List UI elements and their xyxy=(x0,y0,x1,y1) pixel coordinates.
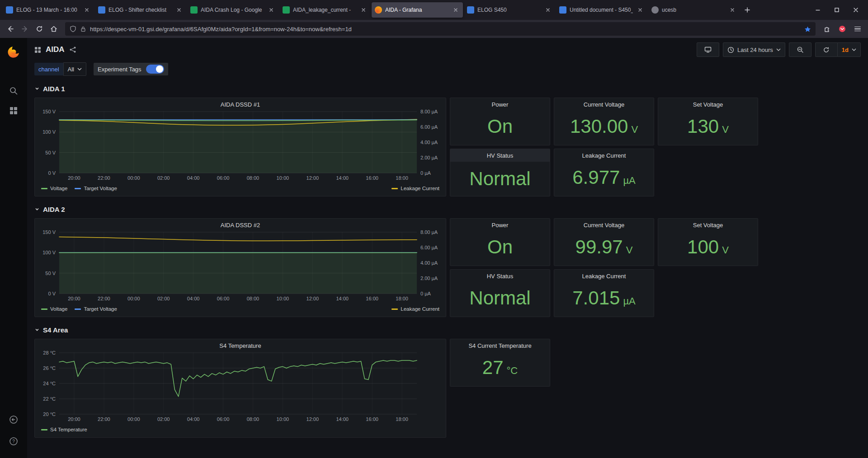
section-header[interactable]: S4 Area xyxy=(34,324,868,335)
reload-button[interactable] xyxy=(33,22,46,36)
stat-panel: HV StatusNormal xyxy=(450,269,550,317)
stat-title[interactable]: Leakage Current xyxy=(554,149,654,159)
menu-icon[interactable] xyxy=(851,22,864,36)
grafana-logo[interactable] xyxy=(6,44,21,60)
variable-value-dropdown[interactable]: All xyxy=(63,62,86,76)
tab[interactable]: Untitled document - S450_ xyxy=(556,2,647,18)
share-icon[interactable] xyxy=(69,46,76,53)
y-axis-tick-label: 100 V xyxy=(42,129,56,135)
toolbar-right-icons xyxy=(820,22,864,36)
s4-temperature-legend-swatch xyxy=(41,429,47,430)
tracking-shield-icon[interactable] xyxy=(70,25,76,33)
tab-title: AIDA Crash Log - Google xyxy=(201,7,264,13)
tab-close-icon[interactable] xyxy=(728,6,736,14)
stat-unit: µA xyxy=(623,175,635,187)
legend-item[interactable]: Voltage xyxy=(41,306,67,312)
x-axis-tick-label: 12:00 xyxy=(307,416,319,422)
tab[interactable]: ucesb xyxy=(648,2,740,18)
time-range-button[interactable]: Last 24 hours xyxy=(723,42,785,57)
experiment-tags-label[interactable]: Experiment Tags xyxy=(98,66,142,73)
url-bar[interactable]: https://despec-vm-01.gsi.de/grafana/d/6S… xyxy=(65,22,816,36)
grafana-sidebar: ? xyxy=(0,38,27,458)
forward-button[interactable] xyxy=(18,22,32,36)
legend-item[interactable]: Target Voltage xyxy=(75,306,117,312)
zoom-out-button[interactable] xyxy=(789,42,811,57)
legend-label: Leakage Current xyxy=(401,306,439,312)
back-button[interactable] xyxy=(4,22,17,36)
refresh-interval-button[interactable]: 1d xyxy=(837,42,861,57)
stat-title[interactable]: Current Voltage xyxy=(554,219,654,229)
chart-title[interactable]: S4 Temperature xyxy=(35,339,446,350)
new-tab-button[interactable] xyxy=(741,3,754,17)
stat-panel: Leakage Current7.015µA xyxy=(554,269,654,317)
signout-icon[interactable] xyxy=(6,412,21,427)
tab-close-icon[interactable] xyxy=(359,6,368,14)
bookmark-star-icon[interactable] xyxy=(804,26,811,33)
tab-close-icon[interactable] xyxy=(175,6,183,14)
chart-title[interactable]: AIDA DSSD #1 xyxy=(35,98,446,109)
dashboard-title[interactable]: AIDA xyxy=(46,45,65,54)
stat-title[interactable]: Power xyxy=(450,219,550,229)
tab-close-icon[interactable] xyxy=(267,6,275,14)
stat-title[interactable]: Power xyxy=(450,98,550,108)
tv-mode-button[interactable] xyxy=(697,42,719,57)
tab-title: ELOG S450 xyxy=(477,7,541,13)
right-axis-tick-label: 2.00 µA xyxy=(420,276,438,281)
stat-panel: PowerOn xyxy=(450,98,550,145)
close-window-button[interactable] xyxy=(848,3,863,17)
y-axis-tick-label: 100 V xyxy=(42,250,56,255)
apps-grid-icon[interactable] xyxy=(34,47,41,53)
tab-close-icon[interactable] xyxy=(83,6,91,14)
tab[interactable]: ELOG - Shifter checklist xyxy=(95,2,186,18)
home-button[interactable] xyxy=(47,22,61,36)
extensions-icon[interactable] xyxy=(820,22,834,36)
chart-title[interactable]: AIDA DSSD #2 xyxy=(35,219,446,229)
legend-item[interactable]: Voltage xyxy=(41,186,67,191)
tab[interactable]: ELOG S450 xyxy=(464,2,555,18)
maximize-button[interactable] xyxy=(829,3,844,17)
pocket-icon[interactable] xyxy=(835,22,849,36)
tab-close-icon[interactable] xyxy=(544,6,552,14)
tab[interactable]: AIDA - Grafana xyxy=(372,2,463,18)
experiment-tags-toggle[interactable] xyxy=(146,65,164,74)
right-axis-tick-label: 4.00 µA xyxy=(420,260,438,266)
tab-bar: ELOG - 13 March - 16:00ELOG - Shifter ch… xyxy=(0,0,868,20)
dashboard-header: AIDA Last 24 hours 1d xyxy=(27,38,868,61)
tab[interactable]: AIDA_leakage_current - xyxy=(279,2,371,18)
svg-text:?: ? xyxy=(12,439,15,444)
stat-title[interactable]: S4 Current Temperature xyxy=(450,339,550,349)
section-header[interactable]: AIDA 2 xyxy=(34,204,868,215)
chevron-down-icon xyxy=(34,86,40,91)
help-icon[interactable]: ? xyxy=(6,434,21,449)
stat-title[interactable]: Set Voltage xyxy=(658,219,758,229)
dashboards-icon[interactable] xyxy=(6,103,21,118)
minimize-button[interactable] xyxy=(810,3,826,17)
stat-title[interactable]: HV Status xyxy=(450,270,550,280)
legend-item[interactable]: Leakage Current xyxy=(392,306,439,312)
stat-unit: V xyxy=(626,244,633,256)
x-axis-tick-label: 08:00 xyxy=(247,296,259,301)
tab-close-icon[interactable] xyxy=(452,6,460,14)
stat-title[interactable]: Set Voltage xyxy=(658,98,758,108)
stat-panel: Set Voltage100V xyxy=(658,218,758,266)
tab[interactable]: AIDA Crash Log - Google xyxy=(187,2,278,18)
generic-favicon xyxy=(651,6,659,14)
stat-title[interactable]: Leakage Current xyxy=(554,270,654,280)
legend-item[interactable]: S4 Temperature xyxy=(41,427,87,432)
legend-left-group: VoltageTarget Voltage xyxy=(41,306,117,312)
legend-item[interactable]: Leakage Current xyxy=(392,186,439,191)
stat-title[interactable]: Current Voltage xyxy=(554,98,654,108)
x-axis-tick-label: 14:00 xyxy=(336,296,349,301)
section-header[interactable]: AIDA 1 xyxy=(34,83,868,94)
lock-icon[interactable] xyxy=(80,26,86,33)
legend-right-group: Leakage Current xyxy=(392,186,439,191)
stat-title[interactable]: HV Status xyxy=(450,149,550,162)
tab[interactable]: ELOG - 13 March - 16:00 xyxy=(3,2,94,18)
x-axis-tick-label: 00:00 xyxy=(127,175,140,181)
search-icon[interactable] xyxy=(6,83,21,98)
url-text[interactable]: https://despec-vm-01.gsi.de/grafana/d/6S… xyxy=(90,26,801,33)
legend-label: Leakage Current xyxy=(401,186,439,191)
tab-close-icon[interactable] xyxy=(636,6,644,14)
legend-item[interactable]: Target Voltage xyxy=(75,186,117,191)
refresh-button[interactable] xyxy=(815,42,837,57)
